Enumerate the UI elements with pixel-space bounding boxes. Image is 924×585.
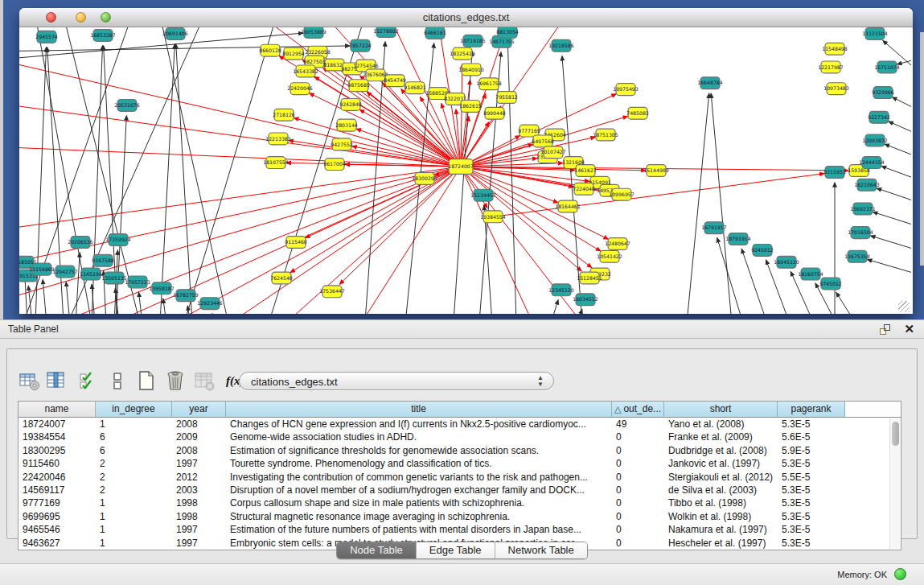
column-header-pagerank[interactable]: pagerank [778,402,845,418]
graph-node-teal[interactable]: 9745012 [819,278,842,290]
cell-name[interactable]: 9465546 [18,523,96,536]
cell-in_degree[interactable]: 1 [96,510,172,523]
cell-out_de[interactable]: 0 [612,471,664,484]
black-edge[interactable] [160,27,228,314]
graph-node-teal[interactable]: 18791914 [725,233,751,245]
graph-node-teal[interactable]: 9329966 [872,87,894,99]
cell-out_de[interactable]: 0 [612,484,664,496]
graph-node-yellow[interactable]: 22420046 [287,83,313,95]
red-edge[interactable] [461,64,462,167]
graph-node-teal[interactable]: 20691406 [162,27,188,39]
graph-node-yellow[interactable]: 1862615 [459,100,482,112]
cell-pagerank[interactable]: 5.6E-5 [778,431,845,443]
graph-node-teal[interactable]: 18160754 [798,268,823,280]
graph-node-yellow[interactable]: 12213383 [265,133,291,145]
graph-node-yellow[interactable]: 7955812 [495,92,518,104]
graph-node-teal[interactable]: 16210643 [854,179,880,191]
black-edge[interactable] [43,279,47,314]
cell-name[interactable]: 19384554 [18,431,96,443]
graph-node-yellow[interactable]: 12480647 [605,238,630,250]
black-edge[interactable] [550,300,558,314]
graph-node-yellow[interactable]: 18751305 [593,129,618,141]
cell-name[interactable]: 18724007 [18,418,96,431]
graph-node-teal[interactable]: 9245012 [751,244,774,256]
graph-node-teal[interactable]: 17016504 [848,227,873,239]
float-panel-icon[interactable] [879,323,892,336]
column-header-year[interactable]: year [172,402,226,418]
cell-short[interactable]: Tibbo et al. (1998) [664,496,778,509]
black-edge[interactable] [883,40,911,80]
graph-node-yellow[interactable]: 12217987 [818,61,844,73]
cell-pagerank[interactable]: 5.3E-5 [778,523,845,536]
graph-node-teal[interactable]: 13958187 [149,282,175,295]
table-row[interactable]: 946554611997Estimation of the future num… [18,523,901,536]
red-edge[interactable] [461,167,581,271]
graph-node-yellow[interactable]: 2803144 [335,119,358,131]
cell-out_de[interactable]: 0 [612,431,664,443]
graph-node-teal[interactable]: 1145194 [80,268,102,280]
table-body[interactable]: 1872400712008Changes of HCN gene express… [18,418,901,550]
cell-out_de[interactable]: 0 [612,444,664,457]
graph-node-yellow[interactable]: 7485083 [626,107,649,119]
graph-node-yellow[interactable]: 18325419 [450,47,475,60]
cell-out_de[interactable]: 0 [612,510,664,523]
cell-pagerank[interactable]: 5.3E-5 [778,457,845,470]
graph-node-yellow[interactable]: 18164461 [555,200,581,212]
graph-node-teal[interactable]: 19218586 [548,39,574,51]
cell-year[interactable]: 1998 [172,510,226,523]
close-panel-icon[interactable]: ✕ [904,322,914,336]
graph-node-yellow[interactable]: 16961758 [476,78,502,90]
cell-pagerank[interactable]: 5.3E-5 [778,496,845,509]
cell-pagerank[interactable]: 5.5E-5 [778,471,845,484]
cell-pagerank[interactable]: 5.9E-5 [778,444,845,457]
graph-node-yellow[interactable]: 7624540 [270,272,293,284]
cell-short[interactable]: de Silva et al. (2003) [664,484,778,496]
graph-node-teal[interactable]: 15751074 [874,61,900,73]
cell-out_de[interactable]: 49 [612,418,664,431]
graph-node-teal[interactable]: 20206536 [68,237,93,249]
cell-short[interactable]: Stergiakouli et al. (2012) [664,471,778,484]
cell-name[interactable]: 9699695 [18,510,96,523]
memory-status-icon[interactable] [894,568,906,580]
graph-node-teal[interactable]: 2945574 [35,31,58,43]
cell-in_degree[interactable]: 1 [96,496,172,509]
graph-node-teal[interactable]: 15278602 [373,27,399,37]
cell-pagerank[interactable]: 5.3E-5 [778,418,845,431]
graph-node-teal[interactable]: 12093832 [862,134,888,146]
table-row[interactable]: 1830029562008Estimation of significance … [18,444,901,457]
node-table[interactable]: namein_degreeyeartitle△out_de...shortpag… [18,401,901,550]
cell-name[interactable]: 9115460 [18,457,96,470]
graph-node-yellow[interactable]: 8454749 [384,75,406,87]
black-edge[interactable] [160,44,175,314]
column-header-out_de[interactable]: △out_de... [612,402,664,418]
cell-in_degree[interactable]: 2 [96,484,172,496]
black-edge[interactable] [711,93,732,314]
graph-node-yellow[interactable]: 10975493 [613,84,639,96]
graph-node-yellow[interactable]: 7224048 [573,183,595,195]
table-settings-button[interactable] [18,370,40,392]
graph-node-teal[interactable]: 9215953 [823,167,846,179]
row-height-button[interactable] [107,370,129,392]
table-row[interactable]: 969969511998Structural magnetic resonanc… [18,510,901,523]
new-table-button[interactable] [136,370,158,392]
cell-year[interactable]: 1998 [172,496,226,509]
cell-in_degree[interactable]: 6 [96,431,172,443]
cell-out_de[interactable]: 0 [612,457,664,470]
cell-title[interactable]: Investigating the contribution of common… [226,471,612,484]
graph-node-yellow[interactable]: 19384554 [480,211,506,223]
tab-node-table[interactable]: Node Table [337,542,417,558]
graph-node-yellow[interactable]: 10973483 [823,83,849,95]
cell-in_degree[interactable]: 2 [96,471,172,484]
black-edge[interactable] [176,44,192,314]
red-edge[interactable] [19,167,461,302]
cell-short[interactable]: Franke et al. (2009) [664,431,778,443]
table-row[interactable]: 977716911998Corpus callosum shape and si… [18,496,901,509]
graph-node-yellow[interactable]: 6497568 [532,135,554,147]
cell-title[interactable]: Changes of HCN gene expression and I(f) … [226,418,612,431]
graph-node-yellow[interactable]: 9875685 [347,80,370,92]
cell-title[interactable]: Estimation of the future numbers of pati… [226,523,612,536]
graph-node-yellow[interactable]: 10107427 [540,146,566,159]
column-header-in_degree[interactable]: in_degree [96,402,172,418]
graph-node-yellow[interactable]: 8912954 [282,47,305,60]
graph-node-yellow[interactable]: 18107554 [263,157,289,169]
